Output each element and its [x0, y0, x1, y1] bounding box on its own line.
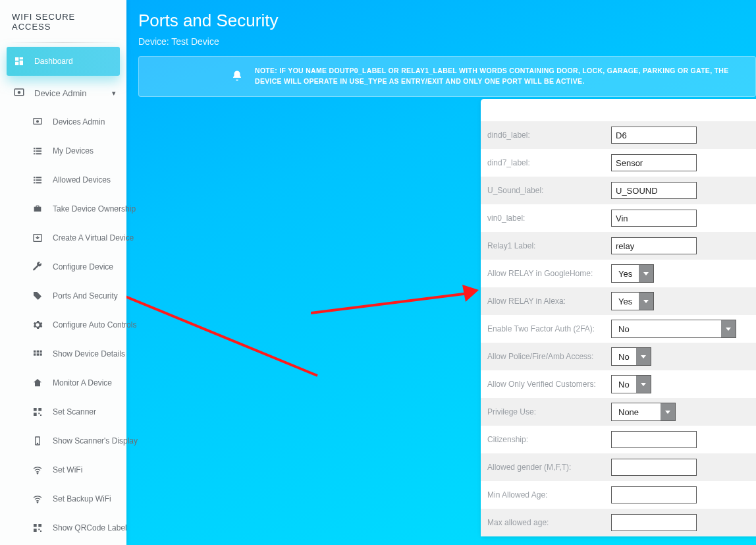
- qrcode-icon: [32, 406, 43, 418]
- svg-rect-35: [38, 529, 40, 530]
- field-control: [611, 431, 756, 448]
- dropdown[interactable]: No: [611, 320, 736, 338]
- sidebar-item-devices-admin[interactable]: Devices Admin: [0, 107, 126, 136]
- sidebar-item-label: Set Scanner: [53, 407, 96, 416]
- svg-line-39: [311, 293, 469, 313]
- field-label: Min Allowed Age:: [487, 490, 611, 500]
- svg-rect-14: [34, 182, 36, 183]
- chevron-down-icon[interactable]: [639, 265, 653, 282]
- field-control: [611, 459, 756, 476]
- chevron-down-icon[interactable]: [639, 293, 653, 310]
- annotation-arrow-2: [311, 283, 495, 323]
- text-input[interactable]: [611, 182, 697, 199]
- text-input[interactable]: [611, 431, 697, 448]
- sidebar-item-backup-wifi[interactable]: Set Backup WiFi: [0, 484, 126, 513]
- dropdown[interactable]: Yes: [611, 264, 654, 283]
- dropdown[interactable]: None: [611, 403, 676, 421]
- form-row: Min Allowed Age:: [481, 481, 756, 509]
- text-input[interactable]: [611, 127, 697, 144]
- field-control: Yes: [611, 292, 756, 310]
- sidebar-item-device-admin[interactable]: Device Admin ▾: [0, 78, 126, 107]
- form-row: Privilege Use:None: [481, 398, 756, 426]
- field-label: Relay1 Label:: [487, 241, 611, 250]
- field-control: [611, 127, 756, 144]
- field-label: Allow Only Verified Customers:: [487, 380, 611, 389]
- sidebar-item-label: Devices Admin: [53, 117, 105, 127]
- sidebar-item-ports-security[interactable]: Ports And Security: [0, 281, 126, 310]
- phone-icon: [32, 435, 43, 447]
- sidebar-item-qrcode-label[interactable]: Show QRCode Label: [0, 513, 126, 542]
- dropdown-value: Yes: [612, 293, 639, 310]
- svg-rect-26: [38, 413, 40, 414]
- field-label: Allowed gender (M,F,T):: [487, 463, 611, 472]
- svg-rect-11: [36, 177, 41, 178]
- chevron-down-icon[interactable]: [636, 376, 651, 393]
- sidebar-item-dashboard[interactable]: Dashboard: [7, 47, 120, 76]
- sidebar-item-scanner-display[interactable]: Show Scanner's Display: [0, 426, 126, 455]
- download-icon: [32, 232, 43, 244]
- sidebar-item-allowed-devices[interactable]: Allowed Devices: [0, 165, 126, 194]
- field-control: None: [611, 403, 756, 421]
- sidebar-item-label: Ports And Security: [53, 291, 118, 301]
- chevron-down-icon[interactable]: [721, 320, 736, 337]
- field-label: Enable Two Factor Auth (2FA):: [487, 324, 611, 333]
- svg-rect-23: [34, 408, 37, 411]
- sidebar-item-label: Configure Device: [53, 262, 113, 272]
- text-input[interactable]: [611, 514, 697, 531]
- svg-rect-13: [36, 179, 41, 181]
- sidebar-item-take-ownership[interactable]: Take Device Ownership: [0, 194, 126, 223]
- dropdown[interactable]: No: [611, 375, 651, 393]
- svg-rect-33: [38, 524, 41, 527]
- sidebar-item-label: Set WiFi: [53, 465, 82, 474]
- svg-rect-15: [36, 182, 41, 183]
- field-control: Yes: [611, 264, 756, 283]
- sidebar-item-auto-controls[interactable]: Configure Auto Controls: [0, 310, 126, 339]
- field-control: [611, 154, 756, 171]
- svg-marker-40: [462, 285, 479, 302]
- sidebar: WIFI SECURE ACCESS Dashboard Device Admi…: [0, 0, 126, 545]
- chevron-down-icon[interactable]: [636, 348, 651, 365]
- sidebar-item-show-details[interactable]: Show Device Details: [0, 339, 126, 368]
- sidebar-item-label: Create A Virtual Device: [53, 233, 134, 243]
- svg-point-1: [18, 92, 20, 94]
- sidebar-item-set-scanner[interactable]: Set Scanner: [0, 397, 126, 426]
- sidebar-item-label: Show QRCode Label: [53, 523, 127, 532]
- sidebar-item-label: Take Device Ownership: [53, 204, 136, 214]
- field-label: Allow Police/Fire/Amb Access:: [487, 352, 611, 361]
- dashboard-icon: [13, 55, 25, 67]
- text-input[interactable]: [611, 210, 697, 227]
- text-input[interactable]: [611, 237, 697, 254]
- field-control: No: [611, 375, 756, 393]
- sidebar-item-my-devices[interactable]: My Devices: [0, 136, 126, 165]
- sidebar-item-monitor[interactable]: Monitor A Device: [0, 368, 126, 397]
- dropdown[interactable]: No: [611, 347, 651, 366]
- text-input[interactable]: [611, 459, 697, 476]
- dropdown[interactable]: Yes: [611, 292, 654, 310]
- sidebar-item-label: Configure Auto Controls: [53, 320, 136, 330]
- annotation-arrow: [126, 250, 350, 395]
- text-input[interactable]: [611, 486, 697, 503]
- text-input[interactable]: [611, 154, 697, 171]
- brand-title: WIFI SECURE ACCESS: [0, 7, 126, 42]
- svg-rect-27: [40, 415, 41, 416]
- qrcode-icon: [32, 522, 43, 534]
- briefcase-icon: [32, 203, 43, 215]
- main-content: Ports and Security Device: Test Device N…: [126, 0, 756, 545]
- sidebar-item-set-wifi[interactable]: Set WiFi: [0, 455, 126, 484]
- alert-note: NOTE: IF YOU NAME DOUTP0_LABEL OR RELAY1…: [138, 56, 756, 97]
- form-row: Relay1 Label:: [481, 232, 756, 260]
- form-row: U_Sound_label:: [481, 177, 756, 204]
- form-row: Allowed gender (M,F,T):: [481, 453, 756, 481]
- field-label: Privilege Use:: [487, 407, 611, 416]
- svg-point-29: [37, 443, 38, 444]
- svg-rect-20: [34, 353, 36, 355]
- monitor-icon: [32, 116, 43, 128]
- grid-icon: [32, 348, 43, 360]
- chevron-down-icon[interactable]: [661, 403, 675, 420]
- sidebar-item-label: Dashboard: [34, 57, 73, 66]
- sidebar-item-configure-device[interactable]: Configure Device: [0, 252, 126, 281]
- sidebar-item-create-virtual[interactable]: Create A Virtual Device: [0, 223, 126, 252]
- dropdown-value: No: [612, 348, 636, 365]
- form-row: Enable Two Factor Auth (2FA):No: [481, 315, 756, 343]
- sidebar-item-label: My Devices: [53, 146, 94, 156]
